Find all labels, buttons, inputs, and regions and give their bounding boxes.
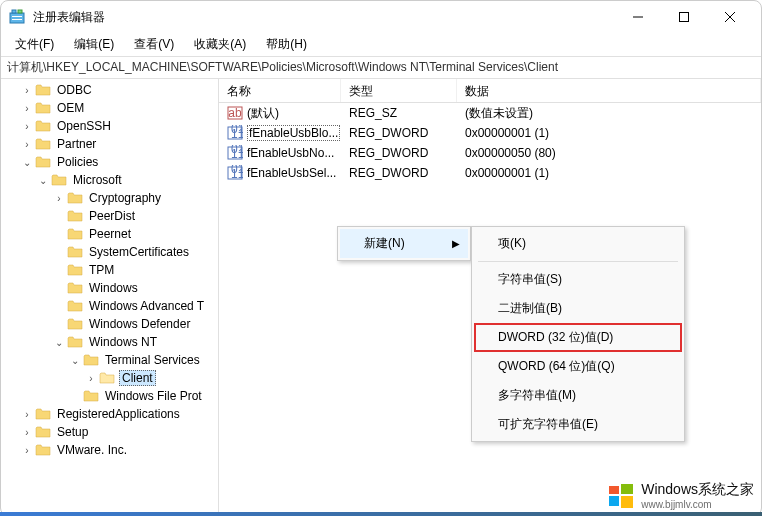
tree-item[interactable]: ⌄Terminal Services <box>1 351 218 369</box>
tree-item[interactable]: ›OpenSSH <box>1 117 218 135</box>
tree-item[interactable]: SystemCertificates <box>1 243 218 261</box>
folder-icon <box>67 281 83 295</box>
maximize-button[interactable] <box>661 1 707 33</box>
ctx-sub-item[interactable]: DWORD (32 位)值(D) <box>474 323 682 352</box>
list-row[interactable]: 011110fEnableUsbNo...REG_DWORD0x00000050… <box>219 143 761 163</box>
titlebar: 注册表编辑器 <box>1 1 761 33</box>
list-row[interactable]: 011110fEnableUsbSel...REG_DWORD0x0000000… <box>219 163 761 183</box>
tree-item[interactable]: ›Setup <box>1 423 218 441</box>
value-data: 0x00000050 (80) <box>457 146 761 160</box>
svg-text:110: 110 <box>231 167 243 181</box>
tree-item[interactable]: ⌄Microsoft <box>1 171 218 189</box>
expand-icon[interactable]: › <box>21 85 33 96</box>
svg-rect-3 <box>12 16 22 17</box>
tree-item[interactable]: Peernet <box>1 225 218 243</box>
close-button[interactable] <box>707 1 753 33</box>
watermark-title: Windows系统之家 <box>641 481 754 499</box>
tree-item[interactable]: Windows <box>1 279 218 297</box>
tree-item[interactable]: ›VMware. Inc. <box>1 441 218 459</box>
tree-item-label: Client <box>119 370 156 386</box>
folder-icon <box>67 245 83 259</box>
tree-item-label: Windows File Prot <box>103 389 204 403</box>
menu-favorites[interactable]: 收藏夹(A) <box>186 34 254 55</box>
value-data: 0x00000001 (1) <box>457 126 761 140</box>
value-name: fEnableUsbSel... <box>247 166 336 180</box>
ctx-sub-label: 二进制值(B) <box>498 300 562 317</box>
expand-icon[interactable]: ⌄ <box>37 175 49 186</box>
value-type: REG_SZ <box>341 106 457 120</box>
list-header: 名称 类型 数据 <box>219 79 761 103</box>
tree-item[interactable]: Windows File Prot <box>1 387 218 405</box>
tree-item[interactable]: Windows Defender <box>1 315 218 333</box>
value-type: REG_DWORD <box>341 166 457 180</box>
ctx-sub-label: 字符串值(S) <box>498 271 562 288</box>
tree-item[interactable]: Windows Advanced T <box>1 297 218 315</box>
tree-item[interactable]: ›Client <box>1 369 218 387</box>
folder-icon <box>35 155 51 169</box>
svg-rect-0 <box>10 13 24 23</box>
string-value-icon: ab <box>227 105 243 121</box>
ctx-sub-item[interactable]: QWORD (64 位)值(Q) <box>474 352 682 381</box>
ctx-sub-label: QWORD (64 位)值(Q) <box>498 358 615 375</box>
folder-icon <box>35 101 51 115</box>
tree-item-label: Windows NT <box>87 335 159 349</box>
taskbar-edge <box>0 512 762 516</box>
tree-item[interactable]: ›RegisteredApplications <box>1 405 218 423</box>
value-data: (数值未设置) <box>457 105 761 122</box>
context-menu-main: 新建(N) ▶ <box>337 226 471 261</box>
expand-icon[interactable]: › <box>53 193 65 204</box>
tree-item[interactable]: ›Partner <box>1 135 218 153</box>
tree-item[interactable]: PeerDist <box>1 207 218 225</box>
expand-icon[interactable]: › <box>21 427 33 438</box>
menu-help[interactable]: 帮助(H) <box>258 34 315 55</box>
tree-item-label: VMware. Inc. <box>55 443 129 457</box>
tree-item[interactable]: TPM <box>1 261 218 279</box>
tree-item[interactable]: ›Cryptography <box>1 189 218 207</box>
menu-file[interactable]: 文件(F) <box>7 34 62 55</box>
tree-item-label: Policies <box>55 155 100 169</box>
folder-icon <box>35 443 51 457</box>
menu-view[interactable]: 查看(V) <box>126 34 182 55</box>
dword-value-icon: 011110 <box>227 125 243 141</box>
folder-icon <box>51 173 67 187</box>
submenu-arrow-icon: ▶ <box>452 238 460 249</box>
tree-item-label: Windows <box>87 281 140 295</box>
expand-icon[interactable]: › <box>85 373 97 384</box>
tree-item[interactable]: ›OEM <box>1 99 218 117</box>
ctx-sub-item[interactable]: 多字符串值(M) <box>474 381 682 410</box>
ctx-new[interactable]: 新建(N) ▶ <box>340 229 468 258</box>
ctx-sub-item[interactable]: 字符串值(S) <box>474 265 682 294</box>
expand-icon[interactable]: › <box>21 139 33 150</box>
tree-item[interactable]: ⌄Policies <box>1 153 218 171</box>
list-row[interactable]: 011110fEnableUsbBlo...REG_DWORD0x0000000… <box>219 123 761 143</box>
expand-icon[interactable]: ⌄ <box>69 355 81 366</box>
minimize-button[interactable] <box>615 1 661 33</box>
tree-item-label: Peernet <box>87 227 133 241</box>
list-row[interactable]: ab(默认)REG_SZ(数值未设置) <box>219 103 761 123</box>
value-type: REG_DWORD <box>341 126 457 140</box>
expand-icon[interactable]: › <box>21 103 33 114</box>
context-menu-new-submenu: 项(K)字符串值(S)二进制值(B)DWORD (32 位)值(D)QWORD … <box>471 226 685 442</box>
ctx-sub-item[interactable]: 二进制值(B) <box>474 294 682 323</box>
expand-icon[interactable]: › <box>21 409 33 420</box>
expand-icon[interactable]: ⌄ <box>21 157 33 168</box>
expand-icon[interactable]: › <box>21 121 33 132</box>
addressbar[interactable]: 计算机\HKEY_LOCAL_MACHINE\SOFTWARE\Policies… <box>1 57 761 79</box>
col-name[interactable]: 名称 <box>219 79 341 102</box>
menu-edit[interactable]: 编辑(E) <box>66 34 122 55</box>
ctx-sub-item[interactable]: 项(K) <box>474 229 682 258</box>
tree-item[interactable]: ›ODBC <box>1 81 218 99</box>
tree-item-label: Microsoft <box>71 173 124 187</box>
expand-icon[interactable]: › <box>21 445 33 456</box>
svg-rect-1 <box>12 10 16 13</box>
folder-icon <box>35 137 51 151</box>
tree-item[interactable]: ⌄Windows NT <box>1 333 218 351</box>
col-type[interactable]: 类型 <box>341 79 457 102</box>
folder-icon <box>83 389 99 403</box>
tree-item-label: Setup <box>55 425 90 439</box>
col-data[interactable]: 数据 <box>457 79 761 102</box>
registry-tree[interactable]: ›ODBC›OEM›OpenSSH›Partner⌄Policies⌄Micro… <box>1 79 219 515</box>
ctx-sub-item[interactable]: 可扩充字符串值(E) <box>474 410 682 439</box>
expand-icon[interactable]: ⌄ <box>53 337 65 348</box>
folder-icon <box>67 209 83 223</box>
